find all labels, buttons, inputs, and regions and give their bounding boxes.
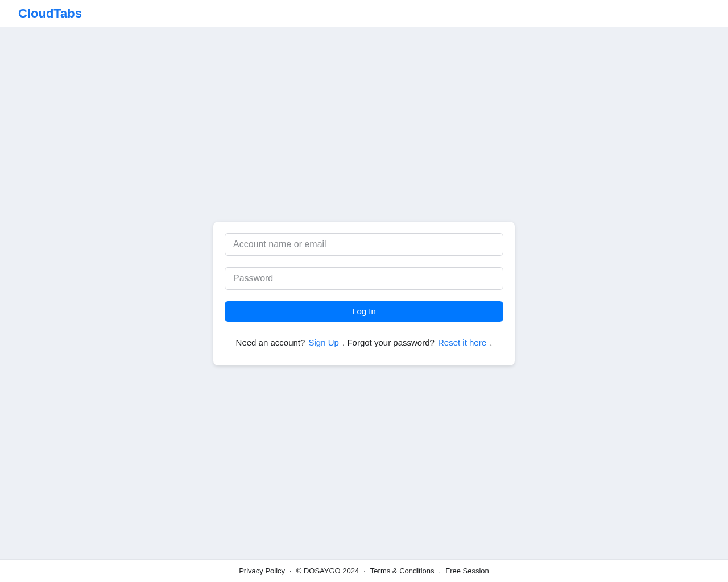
free-session-link[interactable]: Free Session: [445, 567, 489, 575]
forgot-password-text: Forgot your password?: [347, 338, 437, 347]
terms-conditions-link[interactable]: Terms & Conditions: [370, 567, 435, 575]
footer-separator: ·: [289, 567, 292, 575]
username-input[interactable]: [225, 233, 503, 256]
copyright-text: © DOSAYGO 2024: [296, 567, 359, 575]
footer-separator: .: [439, 567, 441, 575]
footer-separator: ·: [363, 567, 366, 575]
brand-link[interactable]: CloudTabs: [18, 6, 82, 21]
separator-2: .: [490, 338, 492, 347]
footer: Privacy Policy · © DOSAYGO 2024 · Terms …: [0, 559, 728, 582]
reset-password-link[interactable]: Reset it here: [438, 338, 486, 347]
need-account-text: Need an account?: [236, 338, 308, 347]
login-button[interactable]: Log In: [225, 301, 503, 322]
helper-text: Need an account? Sign Up . Forgot your p…: [225, 338, 503, 354]
signup-link[interactable]: Sign Up: [309, 338, 339, 347]
login-card: Log In Need an account? Sign Up . Forgot…: [213, 222, 515, 365]
main-area: Log In Need an account? Sign Up . Forgot…: [0, 27, 728, 559]
header: CloudTabs: [0, 0, 728, 27]
password-input[interactable]: [225, 267, 503, 290]
privacy-policy-link[interactable]: Privacy Policy: [239, 567, 285, 575]
